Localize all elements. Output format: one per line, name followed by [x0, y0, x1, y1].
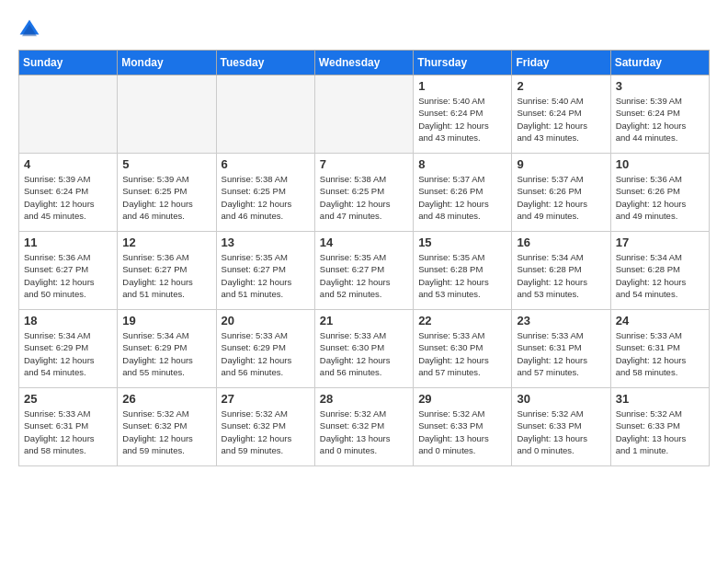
calendar-cell: 19Sunrise: 5:34 AM Sunset: 6:29 PM Dayli…	[118, 310, 216, 388]
calendar-cell: 23Sunrise: 5:33 AM Sunset: 6:31 PM Dayli…	[512, 310, 610, 388]
day-info: Sunrise: 5:32 AM Sunset: 6:33 PM Dayligh…	[418, 408, 506, 456]
day-number: 30	[517, 392, 605, 406]
day-number: 16	[517, 236, 605, 249]
day-info: Sunrise: 5:35 AM Sunset: 6:28 PM Dayligh…	[418, 251, 506, 300]
calendar-cell: 22Sunrise: 5:33 AM Sunset: 6:30 PM Dayli…	[414, 310, 512, 388]
calendar-cell: 21Sunrise: 5:33 AM Sunset: 6:30 PM Dayli…	[314, 310, 413, 388]
day-number: 28	[320, 392, 408, 406]
day-info: Sunrise: 5:33 AM Sunset: 6:31 PM Dayligh…	[24, 408, 112, 456]
day-number: 9	[517, 157, 605, 171]
day-info: Sunrise: 5:35 AM Sunset: 6:27 PM Dayligh…	[222, 251, 310, 300]
day-info: Sunrise: 5:37 AM Sunset: 6:26 PM Dayligh…	[517, 173, 605, 222]
day-info: Sunrise: 5:35 AM Sunset: 6:27 PM Dayligh…	[320, 251, 408, 300]
calendar-cell: 24Sunrise: 5:33 AM Sunset: 6:31 PM Dayli…	[610, 310, 709, 388]
day-info: Sunrise: 5:37 AM Sunset: 6:26 PM Dayligh…	[418, 173, 506, 222]
day-number: 2	[517, 79, 605, 93]
calendar-cell: 6Sunrise: 5:38 AM Sunset: 6:25 PM Daylig…	[216, 154, 314, 232]
header	[18, 18, 710, 40]
day-number: 5	[122, 157, 210, 171]
day-number: 29	[418, 392, 506, 406]
calendar-cell: 1Sunrise: 5:40 AM Sunset: 6:24 PM Daylig…	[414, 75, 512, 154]
calendar-cell: 9Sunrise: 5:37 AM Sunset: 6:26 PM Daylig…	[512, 154, 610, 232]
logo-icon	[18, 18, 40, 40]
calendar-cell: 25Sunrise: 5:33 AM Sunset: 6:31 PM Dayli…	[19, 388, 118, 466]
day-info: Sunrise: 5:33 AM Sunset: 6:30 PM Dayligh…	[418, 329, 506, 378]
day-info: Sunrise: 5:34 AM Sunset: 6:28 PM Dayligh…	[616, 251, 704, 300]
calendar-cell: 16Sunrise: 5:34 AM Sunset: 6:28 PM Dayli…	[512, 232, 610, 310]
day-of-week-header: Sunday	[19, 51, 118, 75]
calendar-cell	[118, 75, 216, 154]
calendar-cell: 10Sunrise: 5:36 AM Sunset: 6:26 PM Dayli…	[610, 154, 709, 232]
day-number: 8	[418, 157, 506, 171]
day-info: Sunrise: 5:38 AM Sunset: 6:25 PM Dayligh…	[222, 173, 310, 222]
day-info: Sunrise: 5:39 AM Sunset: 6:24 PM Dayligh…	[24, 173, 112, 222]
day-number: 17	[616, 236, 704, 249]
day-of-week-header: Thursday	[414, 51, 512, 75]
calendar-cell: 3Sunrise: 5:39 AM Sunset: 6:24 PM Daylig…	[610, 75, 709, 154]
day-number: 10	[616, 157, 704, 171]
day-number: 13	[222, 236, 310, 249]
day-info: Sunrise: 5:36 AM Sunset: 6:26 PM Dayligh…	[616, 173, 704, 222]
day-info: Sunrise: 5:32 AM Sunset: 6:33 PM Dayligh…	[517, 408, 605, 456]
calendar-cell: 18Sunrise: 5:34 AM Sunset: 6:29 PM Dayli…	[19, 310, 118, 388]
day-of-week-header: Friday	[512, 51, 610, 75]
day-number: 19	[122, 314, 210, 327]
logo	[18, 18, 44, 40]
day-number: 22	[418, 314, 506, 327]
day-number: 20	[222, 314, 310, 327]
calendar-cell: 2Sunrise: 5:40 AM Sunset: 6:24 PM Daylig…	[512, 75, 610, 154]
day-info: Sunrise: 5:33 AM Sunset: 6:30 PM Dayligh…	[320, 329, 408, 378]
day-number: 18	[24, 314, 112, 327]
calendar-cell: 11Sunrise: 5:36 AM Sunset: 6:27 PM Dayli…	[19, 232, 118, 310]
day-number: 24	[616, 314, 704, 327]
calendar-cell: 26Sunrise: 5:32 AM Sunset: 6:32 PM Dayli…	[118, 388, 216, 466]
calendar-cell: 13Sunrise: 5:35 AM Sunset: 6:27 PM Dayli…	[216, 232, 314, 310]
day-number: 3	[616, 79, 704, 93]
day-info: Sunrise: 5:39 AM Sunset: 6:24 PM Dayligh…	[616, 95, 704, 144]
calendar-cell: 20Sunrise: 5:33 AM Sunset: 6:29 PM Dayli…	[216, 310, 314, 388]
calendar-cell: 28Sunrise: 5:32 AM Sunset: 6:32 PM Dayli…	[314, 388, 413, 466]
calendar-cell: 30Sunrise: 5:32 AM Sunset: 6:33 PM Dayli…	[512, 388, 610, 466]
day-number: 4	[24, 157, 112, 171]
day-info: Sunrise: 5:34 AM Sunset: 6:29 PM Dayligh…	[24, 329, 112, 378]
day-of-week-header: Tuesday	[216, 51, 314, 75]
day-info: Sunrise: 5:32 AM Sunset: 6:32 PM Dayligh…	[222, 408, 310, 456]
day-number: 15	[418, 236, 506, 249]
day-info: Sunrise: 5:32 AM Sunset: 6:32 PM Dayligh…	[320, 408, 408, 456]
day-number: 1	[418, 79, 506, 93]
calendar-cell: 8Sunrise: 5:37 AM Sunset: 6:26 PM Daylig…	[414, 154, 512, 232]
day-info: Sunrise: 5:33 AM Sunset: 6:31 PM Dayligh…	[616, 329, 704, 378]
calendar-cell: 7Sunrise: 5:38 AM Sunset: 6:25 PM Daylig…	[314, 154, 413, 232]
day-of-week-header: Saturday	[610, 51, 709, 75]
calendar-cell	[314, 75, 413, 154]
day-info: Sunrise: 5:39 AM Sunset: 6:25 PM Dayligh…	[122, 173, 210, 222]
day-info: Sunrise: 5:34 AM Sunset: 6:29 PM Dayligh…	[122, 329, 210, 378]
day-number: 7	[320, 157, 408, 171]
day-number: 26	[122, 392, 210, 406]
calendar-table: SundayMondayTuesdayWednesdayThursdayFrid…	[18, 50, 710, 466]
day-number: 27	[222, 392, 310, 406]
day-of-week-header: Wednesday	[314, 51, 413, 75]
day-number: 11	[24, 236, 112, 249]
day-number: 25	[24, 392, 112, 406]
calendar-cell: 17Sunrise: 5:34 AM Sunset: 6:28 PM Dayli…	[610, 232, 709, 310]
day-number: 6	[222, 157, 310, 171]
day-of-week-header: Monday	[118, 51, 216, 75]
day-info: Sunrise: 5:33 AM Sunset: 6:31 PM Dayligh…	[517, 329, 605, 378]
calendar-cell: 4Sunrise: 5:39 AM Sunset: 6:24 PM Daylig…	[19, 154, 118, 232]
day-number: 12	[122, 236, 210, 249]
day-number: 14	[320, 236, 408, 249]
calendar-cell: 15Sunrise: 5:35 AM Sunset: 6:28 PM Dayli…	[414, 232, 512, 310]
day-info: Sunrise: 5:40 AM Sunset: 6:24 PM Dayligh…	[418, 95, 506, 144]
day-number: 21	[320, 314, 408, 327]
day-info: Sunrise: 5:40 AM Sunset: 6:24 PM Dayligh…	[517, 95, 605, 144]
day-info: Sunrise: 5:36 AM Sunset: 6:27 PM Dayligh…	[122, 251, 210, 300]
calendar-cell: 5Sunrise: 5:39 AM Sunset: 6:25 PM Daylig…	[118, 154, 216, 232]
calendar-cell: 29Sunrise: 5:32 AM Sunset: 6:33 PM Dayli…	[414, 388, 512, 466]
day-info: Sunrise: 5:32 AM Sunset: 6:33 PM Dayligh…	[616, 408, 704, 456]
calendar-cell: 14Sunrise: 5:35 AM Sunset: 6:27 PM Dayli…	[314, 232, 413, 310]
day-info: Sunrise: 5:34 AM Sunset: 6:28 PM Dayligh…	[517, 251, 605, 300]
day-info: Sunrise: 5:38 AM Sunset: 6:25 PM Dayligh…	[320, 173, 408, 222]
day-info: Sunrise: 5:33 AM Sunset: 6:29 PM Dayligh…	[222, 329, 310, 378]
day-info: Sunrise: 5:36 AM Sunset: 6:27 PM Dayligh…	[24, 251, 112, 300]
